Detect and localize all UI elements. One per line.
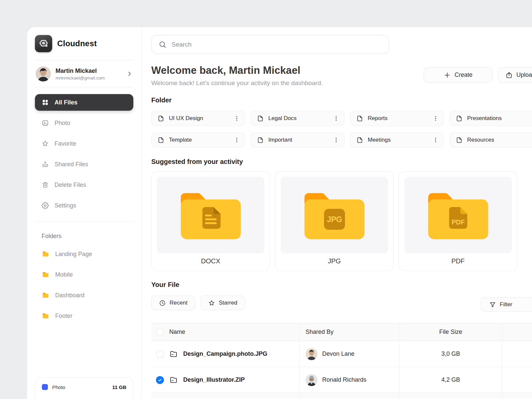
row-actions: [502, 367, 532, 393]
file-name: Design_Illustrator.ZIP: [183, 376, 245, 383]
file-icon: [257, 136, 264, 144]
kebab-menu-icon[interactable]: [233, 136, 240, 144]
column-label: File Size: [439, 329, 462, 335]
shared-by-cell: [299, 393, 399, 398]
folder-chip-label: UI UX Design: [169, 115, 229, 122]
gear-icon: [42, 202, 49, 209]
file-icon: [356, 115, 363, 122]
suggested-cards: DOCX JPG JPG: [151, 171, 532, 271]
suggested-card-docx[interactable]: DOCX: [151, 171, 270, 271]
your-file-section-title: Your File: [151, 281, 532, 289]
svg-text:PDF: PDF: [452, 218, 465, 226]
storage-card: Photo 11 GB: [35, 377, 133, 399]
sidebar-item-favorite[interactable]: Favorite: [35, 135, 133, 152]
sidebar-item-label: Favorite: [55, 140, 76, 147]
plus-icon: [444, 71, 451, 79]
suggested-card-pdf[interactable]: PDF PDF: [399, 171, 517, 271]
sidebar-folder-label: Mobile: [55, 271, 73, 278]
folder-chip-resources[interactable]: Resources: [450, 132, 532, 148]
kebab-menu-icon[interactable]: [333, 115, 339, 122]
folder-chip-label: Important: [268, 137, 329, 143]
folder-section-title: Folder: [151, 96, 532, 104]
storage-value: 11 GB: [112, 384, 126, 390]
file-icon: [356, 136, 363, 144]
cloudnest-logo-icon: [35, 35, 52, 52]
file-name: Design_Campaign.photo.JPG: [183, 350, 267, 357]
folder-chip-legal-docs[interactable]: Legal Docs: [251, 111, 344, 126]
recent-filter-button[interactable]: Recent: [151, 296, 195, 310]
folder-jpg-icon: JPG: [300, 189, 369, 241]
folder-docx-icon: [176, 189, 246, 241]
kebab-menu-icon[interactable]: [233, 115, 240, 122]
sharer-avatar: [306, 374, 318, 386]
storage-color-swatch: [42, 384, 48, 390]
kebab-menu-icon[interactable]: [432, 136, 439, 144]
row-actions: [502, 393, 532, 398]
sidebar-item-all-files[interactable]: All Files: [35, 94, 133, 111]
sidebar-folder-label: Landing Page: [55, 251, 92, 258]
select-all-checkbox[interactable]: [156, 328, 164, 336]
table-row[interactable]: Design_Campaign.photo.JPG Devon Lane 3,0…: [151, 341, 532, 367]
sharer-name: Ronald Richards: [322, 376, 366, 383]
search-bar[interactable]: [151, 35, 389, 54]
folder-chip-important[interactable]: Important: [251, 132, 344, 148]
folder-chip-ui-ux-design[interactable]: UI UX Design: [151, 111, 245, 126]
starred-filter-label: Starred: [219, 300, 237, 306]
sidebar-nav: All Files Photo Favorite: [35, 94, 133, 214]
column-label: Name: [169, 329, 185, 335]
suggested-card-jpg[interactable]: JPG JPG: [275, 171, 394, 271]
table-header-row: Name Shared By File Size: [151, 323, 532, 341]
folder-minus-icon: [169, 350, 178, 358]
suggested-thumbnail: JPG: [281, 177, 388, 253]
column-label: Shared By: [306, 329, 333, 335]
file-icon: [157, 136, 165, 144]
suggested-card-label: DOCX: [157, 257, 264, 265]
header-name: Name: [151, 323, 299, 341]
folder-icon: [42, 271, 50, 279]
file-size: 4,2 GB: [441, 376, 460, 383]
sidebar: Cloudnest Martin Mickael mrtnmickael@gma…: [27, 27, 142, 399]
sidebar-folder-mobile[interactable]: Mobile: [35, 266, 133, 283]
sidebar-folder-landing-page[interactable]: Landing Page: [35, 246, 133, 262]
storage-label: Photo: [52, 384, 65, 390]
search-input[interactable]: [172, 41, 382, 48]
folder-chip-presentations[interactable]: Presentations: [450, 111, 532, 126]
row-checkbox[interactable]: [156, 350, 164, 358]
sidebar-folder-dashboard[interactable]: Dashboard: [35, 287, 133, 304]
create-button-label: Create: [455, 71, 472, 78]
filter-button[interactable]: Filter: [481, 297, 532, 312]
chevron-right-icon[interactable]: [126, 70, 133, 77]
svg-text:JPG: JPG: [327, 215, 342, 224]
upload-button[interactable]: Upload: [498, 67, 532, 83]
folder-pdf-icon: PDF: [423, 189, 493, 241]
shared-by-cell: Ronald Richards: [299, 367, 399, 393]
sidebar-item-delete-files[interactable]: Delete Files: [35, 177, 133, 193]
folder-chip-label: Presentations: [467, 115, 527, 122]
kebab-menu-icon[interactable]: [432, 115, 439, 122]
folder-chip-meetings[interactable]: Meetings: [350, 132, 444, 148]
suggested-thumbnail: [157, 177, 264, 253]
row-checkbox-checked[interactable]: [156, 376, 164, 384]
sidebar-folder-footer[interactable]: Footer: [35, 308, 133, 324]
folder-chip-label: Reports: [368, 115, 428, 122]
search-icon: [159, 41, 167, 49]
table-row[interactable]: Design_Illustrator.ZIP Ronald Richards: [151, 367, 532, 393]
kebab-menu-icon[interactable]: [333, 136, 339, 144]
folder-chip-template[interactable]: Template: [151, 132, 245, 148]
file-size-cell: [399, 393, 502, 398]
folder-chip-label: Meetings: [368, 137, 428, 143]
trash-icon: [42, 181, 49, 189]
row-actions: [502, 341, 532, 367]
sidebar-item-settings[interactable]: Settings: [35, 197, 133, 214]
sharer-name: Devon Lane: [322, 350, 354, 357]
sidebar-item-shared-files[interactable]: Shared Files: [35, 156, 133, 173]
sidebar-item-label: Photo: [55, 120, 70, 127]
file-icon: [157, 115, 165, 122]
folder-chip-reports[interactable]: Reports: [350, 111, 444, 126]
folder-icon: [42, 312, 50, 320]
create-button[interactable]: Create: [424, 67, 492, 83]
user-profile[interactable]: Martin Mickael mrtnmickael@gmail.com: [35, 61, 133, 87]
sidebar-item-photo[interactable]: Photo: [35, 115, 133, 131]
starred-filter-button[interactable]: Starred: [200, 296, 245, 310]
photo-icon: [42, 119, 49, 127]
